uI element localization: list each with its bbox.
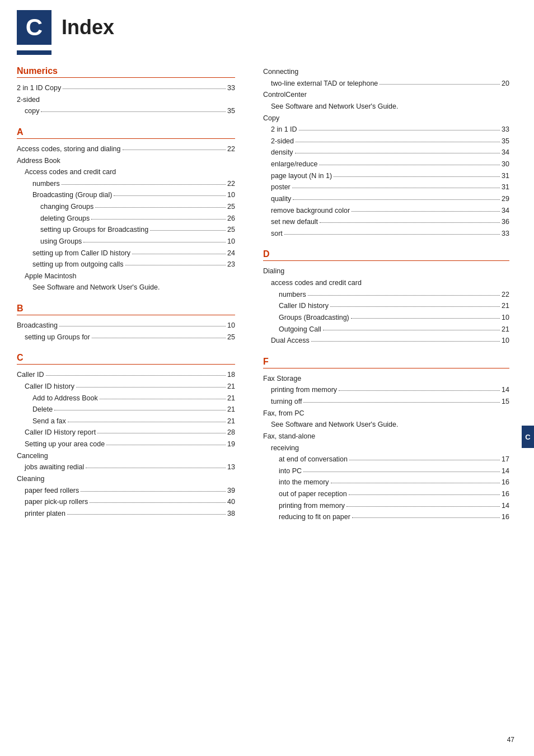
index-entry: Address Book bbox=[17, 155, 235, 167]
entry-dots bbox=[292, 188, 500, 188]
entry-dots bbox=[311, 341, 500, 342]
index-entry: Dialing bbox=[263, 265, 509, 277]
index-entry: Apple Macintosh bbox=[17, 270, 235, 282]
index-entry: enlarge/reduce 30 bbox=[263, 158, 509, 170]
index-entry: density 34 bbox=[263, 147, 509, 158]
entry-label: Copy bbox=[263, 113, 279, 124]
entry-label: using Groups bbox=[40, 236, 82, 248]
entry-dots bbox=[284, 234, 500, 235]
entry-label: setting up from outgoing calls bbox=[32, 259, 124, 270]
index-entry: printing from memory 14 bbox=[263, 384, 509, 396]
entry-page: 21 bbox=[227, 381, 235, 393]
entry-label: See Software and Network User's Guide. bbox=[271, 419, 399, 431]
index-entry: Delete 21 bbox=[17, 404, 235, 416]
index-entry: Fax, stand-alone bbox=[263, 431, 509, 442]
entry-page: 38 bbox=[227, 508, 235, 520]
entry-dots bbox=[125, 265, 226, 265]
entry-dots bbox=[150, 230, 226, 231]
index-entry: page layout (N in 1) 31 bbox=[263, 170, 509, 182]
index-entry: Broadcasting (Group dial) 10 bbox=[17, 189, 235, 201]
entry-dots bbox=[323, 330, 500, 330]
index-entry: 2 in 1 ID Copy 33 bbox=[17, 82, 235, 94]
entry-label: into the memory bbox=[279, 477, 329, 488]
index-entry: Copy bbox=[263, 113, 509, 124]
chapter-letter: C bbox=[26, 14, 43, 41]
entry-page: 39 bbox=[227, 485, 235, 497]
entry-label: Access codes, storing and dialing bbox=[17, 143, 121, 155]
index-entry: Fax, from PC bbox=[263, 408, 509, 419]
entry-label: Broadcasting (Group dial) bbox=[32, 189, 112, 201]
entry-label: Canceling bbox=[17, 450, 48, 462]
entry-page: 10 bbox=[502, 335, 509, 347]
entry-label: Delete bbox=[32, 404, 53, 416]
entry-dots bbox=[95, 207, 226, 208]
index-entry: Caller ID history 21 bbox=[17, 381, 235, 393]
entry-page: 13 bbox=[227, 461, 235, 473]
entry-page: 14 bbox=[502, 465, 509, 477]
entry-page: 14 bbox=[502, 500, 509, 512]
entry-dots bbox=[81, 491, 226, 492]
index-entry: numbers 22 bbox=[263, 289, 509, 301]
entry-page: 17 bbox=[502, 454, 509, 465]
index-entry: Access codes, storing and dialing 22 bbox=[17, 143, 235, 155]
index-entry: jobs awaiting redial 13 bbox=[17, 461, 235, 473]
entry-label: jobs awaiting redial bbox=[25, 461, 84, 473]
entry-page: 19 bbox=[227, 438, 235, 450]
index-entry: copy 35 bbox=[17, 105, 235, 117]
entry-page: 28 bbox=[227, 427, 235, 438]
entry-page: 35 bbox=[502, 136, 509, 147]
entry-label: Send a fax bbox=[32, 416, 66, 427]
entry-dots bbox=[303, 472, 500, 472]
index-entry: Add to Address Book 21 bbox=[17, 393, 235, 404]
entry-label: two-line external TAD or telephone bbox=[271, 78, 378, 90]
entry-dots bbox=[90, 502, 226, 503]
index-entry: at end of conversation 17 bbox=[263, 454, 509, 465]
index-entry: paper pick-up rollers 40 bbox=[17, 496, 235, 508]
page-number: 47 bbox=[507, 736, 514, 744]
entry-label: See Software and Network User's Guide. bbox=[32, 282, 160, 293]
entry-dots bbox=[352, 517, 500, 518]
entry-label: out of paper reception bbox=[279, 488, 347, 500]
index-entry: Fax Storage bbox=[263, 373, 509, 385]
entry-label: Groups (Broadcasting) bbox=[279, 312, 349, 324]
index-entry: using Groups 10 bbox=[17, 236, 235, 248]
index-entry: printing from memory 14 bbox=[263, 500, 509, 512]
entry-label: Dialing bbox=[263, 265, 284, 277]
chapter-icon-box: C bbox=[17, 10, 51, 45]
entry-label: Cleaning bbox=[17, 473, 44, 485]
entry-label: setting up from Caller ID history bbox=[32, 248, 130, 259]
entry-page: 10 bbox=[227, 236, 235, 248]
entry-page: 21 bbox=[502, 324, 509, 335]
side-tab: C bbox=[522, 426, 534, 448]
entry-dots bbox=[299, 130, 500, 130]
entry-page: 14 bbox=[502, 384, 509, 396]
index-entry: Dual Access 10 bbox=[263, 335, 509, 347]
entry-label: 2 in 1 ID bbox=[271, 124, 297, 136]
entry-page: 20 bbox=[502, 78, 509, 90]
index-entry: setting up Groups for Broadcasting 25 bbox=[17, 224, 235, 236]
index-entry: See Software and Network User's Guide. bbox=[263, 419, 509, 431]
index-entry: reducing to fit on paper 16 bbox=[263, 511, 509, 523]
page-header: C Index bbox=[0, 0, 534, 50]
page-title: Index bbox=[62, 16, 114, 39]
section-header-a: A bbox=[17, 127, 235, 139]
entry-dots bbox=[59, 326, 226, 326]
index-entry: Cleaning bbox=[17, 473, 235, 485]
entry-dots bbox=[106, 445, 226, 445]
entry-page: 31 bbox=[502, 181, 509, 193]
entry-label: Caller ID History report bbox=[25, 427, 96, 438]
entry-dots bbox=[295, 153, 500, 153]
entry-label: 2-sided bbox=[271, 136, 294, 147]
entry-dots bbox=[320, 222, 500, 223]
section-header-c: C bbox=[17, 353, 235, 365]
entry-page: 16 bbox=[502, 488, 509, 500]
entry-label: printing from memory bbox=[271, 384, 337, 396]
entry-label: Caller ID history bbox=[25, 381, 74, 393]
index-entry: Connecting bbox=[263, 66, 509, 78]
entry-label: setting up Groups for Broadcasting bbox=[40, 224, 148, 236]
entry-dots bbox=[308, 295, 500, 296]
index-entry: Caller ID history 21 bbox=[263, 300, 509, 312]
entry-page: 10 bbox=[227, 320, 235, 332]
index-entry: Caller ID 18 bbox=[17, 369, 235, 381]
entry-label: setting up Groups for bbox=[25, 332, 90, 343]
